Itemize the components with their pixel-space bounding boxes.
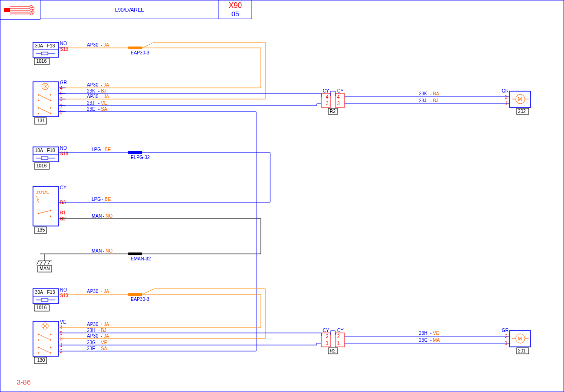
component-201: M 201 GR 2 1 — [502, 328, 531, 354]
ground-man: MAN — [37, 254, 52, 272]
svg-text:2: 2 — [326, 334, 329, 339]
svg-text:10A: 10A — [35, 148, 43, 153]
svg-text:AP30: AP30 — [87, 82, 99, 87]
svg-text:BJ: BJ — [101, 88, 106, 93]
svg-rect-55 — [33, 186, 59, 226]
svg-text:23G: 23G — [87, 340, 96, 345]
svg-text:1016: 1016 — [36, 163, 47, 168]
svg-text:MAN: MAN — [92, 248, 102, 253]
svg-text:NO: NO — [60, 146, 67, 151]
svg-point-96 — [50, 347, 52, 348]
svg-text:GR: GR — [502, 328, 509, 333]
svg-text:23K: 23K — [87, 88, 95, 93]
svg-text:AP30: AP30 — [87, 42, 99, 47]
svg-text:JA: JA — [104, 333, 109, 339]
svg-text:EMAN-32: EMAN-32 — [131, 256, 151, 261]
svg-text:VE: VE — [101, 100, 107, 106]
svg-text:23E: 23E — [87, 106, 95, 112]
svg-point-30 — [50, 94, 52, 96]
svg-rect-16 — [41, 52, 48, 55]
svg-text:S13: S13 — [60, 293, 68, 298]
svg-text:JA: JA — [104, 82, 109, 87]
svg-line-70 — [40, 261, 42, 265]
svg-text:ELPG-32: ELPG-32 — [131, 155, 150, 160]
code-bot: 05 — [232, 10, 239, 18]
svg-text:JA: JA — [104, 289, 109, 294]
svg-text:-: - — [98, 340, 100, 345]
svg-text:JA: JA — [104, 42, 109, 47]
svg-text:AP30: AP30 — [87, 322, 99, 327]
svg-text:23J: 23J — [87, 100, 94, 106]
svg-text:130: 130 — [37, 358, 45, 363]
svg-text:23E: 23E — [87, 346, 95, 351]
svg-text:F13: F13 — [47, 290, 55, 295]
svg-line-69 — [37, 261, 39, 265]
svg-text:-: - — [101, 333, 102, 339]
svg-point-94 — [50, 334, 52, 335]
svg-point-91 — [38, 339, 40, 341]
svg-text:-: - — [103, 248, 104, 253]
code-cell: X90 05 — [219, 0, 252, 19]
svg-line-71 — [44, 261, 46, 265]
svg-text:BJ: BJ — [433, 98, 438, 103]
svg-text:F13: F13 — [47, 43, 55, 48]
title-cell: L90/LVAREL — [40, 0, 219, 19]
logo-cell — [0, 0, 40, 20]
component-130: 130 VE 4 5 3 1 2 — [33, 319, 66, 364]
svg-text:M: M — [518, 97, 522, 102]
svg-point-32 — [50, 107, 52, 109]
svg-text:-: - — [98, 100, 100, 106]
svg-text:-: - — [98, 328, 100, 333]
svg-text:2: 2 — [337, 334, 340, 339]
svg-text:1016: 1016 — [36, 305, 47, 310]
svg-text:BA: BA — [433, 91, 439, 96]
svg-text:1016: 1016 — [36, 59, 47, 64]
svg-text:23H: 23H — [419, 331, 427, 336]
code-top: X90 — [229, 1, 242, 10]
page-number: 3-86 — [17, 378, 31, 386]
svg-text:30A: 30A — [35, 290, 43, 295]
svg-text:AP30: AP30 — [87, 289, 99, 294]
svg-text:4: 4 — [326, 94, 329, 100]
svg-text:-: - — [101, 289, 102, 294]
svg-text:-: - — [103, 213, 104, 219]
svg-rect-155 — [128, 47, 142, 49]
wiring-logo-icon — [4, 4, 37, 16]
svg-point-10 — [30, 13, 32, 15]
svg-text:MAN: MAN — [40, 266, 50, 271]
svg-text:1: 1 — [337, 340, 340, 345]
svg-text:-: - — [430, 331, 431, 336]
svg-text:3: 3 — [337, 101, 340, 106]
svg-text:CY: CY — [337, 328, 344, 333]
svg-text:23J: 23J — [419, 98, 426, 103]
svg-point-9 — [32, 11, 34, 13]
svg-text:SA: SA — [101, 346, 107, 351]
svg-text:-: - — [430, 98, 431, 103]
svg-text:LPG: LPG — [92, 147, 101, 152]
svg-text:201: 201 — [518, 348, 526, 353]
svg-text:-: - — [430, 91, 431, 96]
svg-text:NO: NO — [60, 287, 67, 292]
svg-text:-: - — [98, 88, 100, 93]
svg-text:135: 135 — [37, 227, 45, 233]
svg-text:JA: JA — [104, 322, 109, 327]
svg-text:-: - — [98, 346, 100, 351]
svg-text:S13: S13 — [60, 47, 68, 52]
svg-text:R2: R2 — [330, 109, 336, 114]
svg-text:-: - — [101, 94, 102, 99]
svg-text:30A: 30A — [35, 43, 43, 48]
svg-text:23G: 23G — [419, 338, 428, 343]
fuse-box-2: 10A F18 1016 NO S18 — [33, 146, 68, 169]
component-202: M 202 GR 2 1 — [502, 88, 531, 114]
svg-point-57 — [50, 210, 52, 212]
svg-text:202: 202 — [518, 109, 526, 114]
svg-text:R2: R2 — [330, 348, 336, 353]
svg-point-7 — [32, 7, 34, 9]
svg-text:NO: NO — [106, 213, 113, 219]
svg-point-29 — [38, 113, 40, 114]
header: L90/LVAREL X90 05 — [0, 0, 564, 19]
svg-rect-80 — [41, 299, 48, 301]
svg-text:BE: BE — [105, 147, 111, 152]
svg-rect-49 — [41, 157, 48, 159]
fuse-box-1: 30A F13 1016 NO S13 — [33, 41, 68, 65]
